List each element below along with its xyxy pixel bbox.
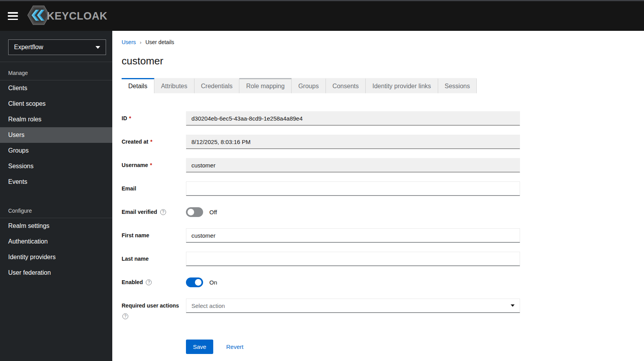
form-row-email-verified: Email verified Off — [122, 205, 644, 219]
form-row-last-name: Last name — [122, 252, 644, 266]
tab-bar: Details Attributes Credentials Role mapp… — [122, 78, 644, 93]
username-field — [186, 158, 520, 172]
tab-details[interactable]: Details — [122, 78, 154, 93]
sidebar: Expertflow Manage Clients Client scopes … — [0, 31, 112, 361]
breadcrumb: Users User details — [122, 39, 644, 45]
required-indicator: * — [150, 162, 152, 168]
breadcrumb-users-link[interactable]: Users — [122, 39, 136, 45]
created-at-label: Created at — [122, 139, 148, 145]
email-label: Email — [122, 185, 136, 192]
tab-groups[interactable]: Groups — [292, 78, 326, 93]
required-indicator: * — [129, 115, 131, 121]
keycloak-logo: KEYCLOAK — [27, 5, 108, 27]
tab-credentials[interactable]: Credentials — [195, 78, 240, 93]
hamburger-menu-icon[interactable] — [8, 12, 18, 20]
enabled-toggle[interactable] — [186, 277, 203, 287]
question-circle-icon[interactable] — [160, 209, 166, 215]
sidebar-item-realm-settings[interactable]: Realm settings — [0, 218, 112, 234]
email-verified-state: Off — [209, 209, 217, 215]
created-at-field — [186, 135, 520, 149]
main-content: Users User details customer Details Attr… — [112, 31, 644, 361]
save-button[interactable]: Save — [186, 340, 213, 354]
enabled-label: Enabled — [122, 279, 143, 285]
realm-selector-wrap: Expertflow — [0, 31, 112, 62]
form-actions: Save Revert — [186, 340, 644, 354]
id-label: ID — [122, 115, 127, 121]
required-user-actions-label: Required user actions — [122, 302, 179, 309]
form-row-created-at: Created at * — [122, 135, 644, 149]
required-indicator: * — [150, 139, 152, 145]
form-row-username: Username * — [122, 158, 644, 172]
sidebar-item-client-scopes[interactable]: Client scopes — [0, 96, 112, 112]
sidebar-item-events[interactable]: Events — [0, 174, 112, 190]
tab-sessions[interactable]: Sessions — [438, 78, 477, 93]
chevron-down-icon — [96, 46, 100, 49]
tab-identity-provider-links[interactable]: Identity provider links — [366, 78, 438, 93]
page-title: customer — [122, 55, 644, 67]
tab-attributes[interactable]: Attributes — [154, 78, 195, 93]
id-field — [186, 111, 520, 126]
realm-name: Expertflow — [14, 44, 43, 51]
enabled-state: On — [209, 279, 217, 286]
email-verified-label: Email verified — [122, 209, 157, 215]
nav-section-manage: Manage Clients Client scopes Realm roles… — [0, 62, 112, 190]
form-row-email: Email — [122, 181, 644, 196]
sidebar-item-sessions[interactable]: Sessions — [0, 158, 112, 174]
question-circle-icon[interactable] — [122, 313, 128, 319]
sidebar-item-user-federation[interactable]: User federation — [0, 265, 112, 281]
tab-consents[interactable]: Consents — [326, 78, 366, 93]
user-details-form: ID * Created at * Username * Email — [122, 111, 644, 354]
required-user-actions-select[interactable]: Select action — [186, 299, 520, 313]
first-name-field[interactable] — [186, 228, 520, 243]
last-name-label: Last name — [122, 256, 149, 262]
breadcrumb-separator-icon — [140, 39, 142, 45]
masthead: KEYCLOAK — [0, 0, 644, 31]
sidebar-item-clients[interactable]: Clients — [0, 80, 112, 96]
sidebar-item-identity-providers[interactable]: Identity providers — [0, 249, 112, 265]
nav-section-title: Configure — [0, 205, 112, 218]
sidebar-item-realm-roles[interactable]: Realm roles — [0, 112, 112, 127]
caret-down-icon — [511, 304, 515, 307]
breadcrumb-current: User details — [145, 39, 174, 45]
nav-section-configure: Configure Realm settings Authentication … — [0, 200, 112, 281]
nav-section-title: Manage — [0, 68, 112, 80]
email-field[interactable] — [186, 181, 520, 196]
last-name-field[interactable] — [186, 252, 520, 266]
form-row-required-user-actions: Required user actions Select action — [122, 299, 644, 319]
sidebar-item-users[interactable]: Users — [0, 127, 112, 143]
sidebar-item-groups[interactable]: Groups — [0, 143, 112, 158]
realm-selector[interactable]: Expertflow — [8, 39, 106, 55]
email-verified-toggle[interactable] — [186, 207, 203, 217]
sidebar-item-authentication[interactable]: Authentication — [0, 234, 112, 249]
tab-role-mapping[interactable]: Role mapping — [239, 78, 292, 93]
question-circle-icon[interactable] — [146, 279, 152, 285]
select-placeholder: Select action — [191, 302, 225, 309]
username-label: Username — [122, 162, 148, 168]
form-row-id: ID * — [122, 111, 644, 126]
form-row-first-name: First name — [122, 228, 644, 243]
brand-title: KEYCLOAK — [47, 10, 108, 22]
revert-button[interactable]: Revert — [226, 343, 243, 350]
form-row-enabled: Enabled On — [122, 275, 644, 290]
first-name-label: First name — [122, 232, 149, 238]
